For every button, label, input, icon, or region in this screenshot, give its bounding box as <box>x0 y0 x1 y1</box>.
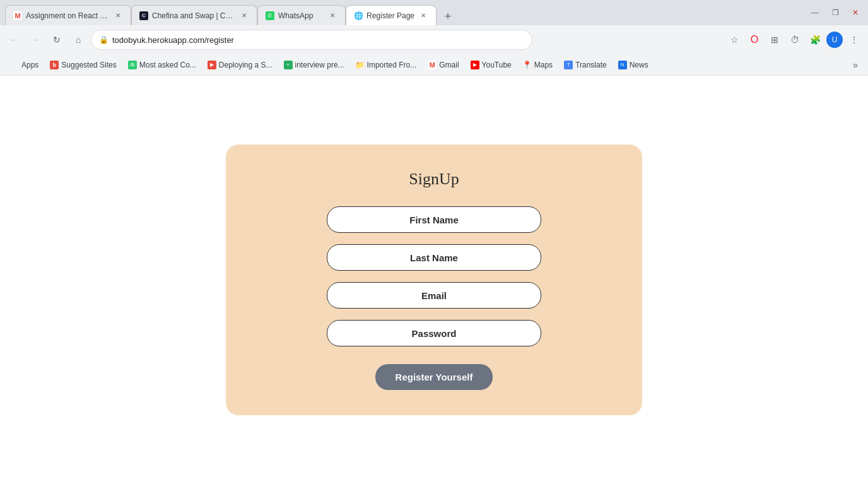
deploying-favicon-icon: ▶ <box>208 61 216 69</box>
gmail-bm-favicon-icon: M <box>428 61 437 69</box>
browser-chrome: M Assignment on React - ujj ✕ C Chefina … <box>0 0 868 76</box>
suggested-favicon-icon: b <box>50 61 59 69</box>
apps-grid-icon <box>10 61 19 69</box>
first-name-input[interactable] <box>327 206 541 233</box>
bookmark-deploying-label: Deploying a S... <box>219 61 273 69</box>
extension-puzzle-icon[interactable]: ⊞ <box>766 31 783 49</box>
address-text: todobyuk.herokuapp.com/register <box>112 35 524 45</box>
bookmark-deploying[interactable]: ▶ Deploying a S... <box>202 58 278 72</box>
maps-favicon-icon: 📍 <box>523 61 532 69</box>
bookmark-imported-label: Imported Fro... <box>367 61 417 69</box>
tab-close-assignment[interactable]: ✕ <box>113 11 123 21</box>
translate-favicon-icon: T <box>564 61 573 69</box>
opera-icon[interactable]: O <box>746 31 763 49</box>
back-button[interactable]: ← <box>5 31 23 49</box>
most-asked-favicon-icon: G <box>128 61 137 69</box>
youtube-favicon-icon: ▶ <box>471 61 479 69</box>
first-name-field <box>327 206 541 233</box>
extensions-icon[interactable]: 🧩 <box>806 31 824 49</box>
bookmark-most-asked[interactable]: G Most asked Co... <box>123 58 201 72</box>
bookmark-star-icon[interactable]: ☆ <box>725 31 743 49</box>
bookmark-apps[interactable]: Apps <box>5 58 44 72</box>
bookmark-interview-label: interview pre... <box>295 61 344 69</box>
password-input[interactable] <box>327 320 541 346</box>
bookmark-interview[interactable]: + interview pre... <box>279 58 349 72</box>
bookmark-news[interactable]: N News <box>613 58 654 72</box>
tabs-area: M Assignment on React - ujj ✕ C Chefina … <box>5 0 807 25</box>
signup-title: SignUp <box>409 170 459 189</box>
maximize-button[interactable]: ❐ <box>828 5 843 20</box>
gmail-favicon-icon: M <box>13 11 22 20</box>
bookmarks-more-button[interactable]: » <box>848 57 863 73</box>
password-field <box>327 320 541 346</box>
last-name-field <box>327 244 541 271</box>
lock-icon: 🔒 <box>99 35 108 44</box>
timer-icon[interactable]: ⏱ <box>786 31 804 49</box>
window-controls: — ❐ ✕ <box>807 5 863 20</box>
address-bar[interactable]: 🔒 todobyuk.herokuapp.com/register <box>91 30 532 50</box>
bookmark-suggested-label: Suggested Sites <box>61 61 116 69</box>
bookmark-gmail[interactable]: M Gmail <box>423 58 464 72</box>
tab-close-whatsapp[interactable]: ✕ <box>327 11 337 21</box>
tab-chefina[interactable]: C Chefina and Swap | Codec ✕ <box>131 5 257 25</box>
bookmark-imported[interactable]: 📁 Imported Fro... <box>351 58 422 72</box>
toolbar-icons: ☆ O ⊞ ⏱ 🧩 U ⋮ <box>725 31 863 49</box>
tab-close-register[interactable]: ✕ <box>418 11 428 21</box>
tab-register[interactable]: 🌐 Register Page ✕ <box>346 5 437 25</box>
cc-favicon-icon: C <box>139 11 148 20</box>
menu-icon[interactable]: ⋮ <box>845 31 863 49</box>
minimize-button[interactable]: — <box>807 5 823 20</box>
bookmark-youtube-label: YouTube <box>482 61 512 69</box>
wa-favicon-icon: ✆ <box>266 11 274 20</box>
avatar[interactable]: U <box>826 32 843 48</box>
close-button[interactable]: ✕ <box>848 5 863 20</box>
tab-title-assignment: Assignment on React - ujj <box>26 11 109 20</box>
bookmark-translate[interactable]: T Translate <box>559 58 612 72</box>
bookmark-maps[interactable]: 📍 Maps <box>518 58 558 72</box>
news-favicon-icon: N <box>618 61 627 69</box>
tab-whatsapp[interactable]: ✆ WhatsApp ✕ <box>257 5 346 25</box>
bookmarks-bar: Apps b Suggested Sites G Most asked Co..… <box>0 54 868 76</box>
interview-favicon-icon: + <box>284 61 293 69</box>
home-button[interactable]: ⌂ <box>69 31 87 49</box>
email-field <box>327 282 541 309</box>
address-bar-row: ← → ↻ ⌂ 🔒 todobyuk.herokuapp.com/registe… <box>0 25 868 54</box>
bookmark-translate-label: Translate <box>575 61 607 69</box>
new-tab-button[interactable]: + <box>439 8 457 25</box>
tab-close-chefina[interactable]: ✕ <box>239 11 249 21</box>
reload-button[interactable]: ↻ <box>48 31 66 49</box>
tab-title-register: Register Page <box>367 11 414 20</box>
imported-folder-icon: 📁 <box>356 61 365 69</box>
bookmark-suggested[interactable]: b Suggested Sites <box>45 58 121 72</box>
bookmark-gmail-label: Gmail <box>439 61 459 69</box>
bookmark-youtube[interactable]: ▶ YouTube <box>466 58 517 72</box>
tab-title-whatsapp: WhatsApp <box>278 11 324 20</box>
title-bar: M Assignment on React - ujj ✕ C Chefina … <box>0 0 868 25</box>
forward-button[interactable]: → <box>26 31 44 49</box>
tab-assignment[interactable]: M Assignment on React - ujj ✕ <box>5 5 131 25</box>
tab-title-chefina: Chefina and Swap | Codec <box>152 11 235 20</box>
register-button[interactable]: Register Yourself <box>375 364 493 390</box>
bookmark-news-label: News <box>630 61 648 69</box>
signup-card: SignUp Register Yourself <box>226 145 642 415</box>
globe-favicon-icon: 🌐 <box>354 11 363 20</box>
bookmark-apps-label: Apps <box>21 61 38 69</box>
bookmark-maps-label: Maps <box>534 61 553 69</box>
bookmark-most-asked-label: Most asked Co... <box>139 61 196 69</box>
page-content: SignUp Register Yourself <box>0 76 868 484</box>
last-name-input[interactable] <box>327 244 541 271</box>
email-input[interactable] <box>327 282 541 309</box>
